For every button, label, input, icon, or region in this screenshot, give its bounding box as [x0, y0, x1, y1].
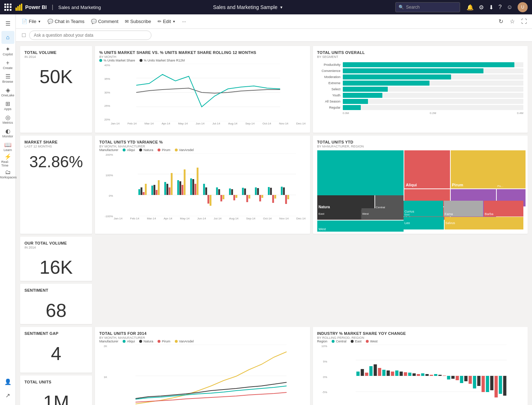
settings-icon[interactable]: ⚙	[479, 4, 484, 11]
axis-02m: 0.2M	[430, 112, 436, 115]
qa-input[interactable]	[29, 31, 151, 40]
treemap-aliqui[interactable]: Aliqui	[404, 150, 450, 188]
bar-label-regular: Regular	[317, 106, 341, 109]
treemap-natura-central[interactable]: Central	[375, 195, 404, 210]
svg-rect-79	[486, 376, 489, 392]
bar-row-youth: Youth	[317, 93, 524, 98]
tu2014-natura-label: Natura	[144, 340, 153, 343]
sidebar-item-home[interactable]: ⌂	[1, 31, 14, 44]
apps-grid-icon[interactable]	[4, 4, 12, 11]
sidebar-item-apps[interactable]: ⊞ Apps	[1, 99, 14, 112]
svg-rect-52	[262, 195, 263, 198]
treemap-fama[interactable]: Fama	[444, 201, 483, 217]
file-button[interactable]: 📄 File ▼	[19, 17, 44, 26]
download-icon[interactable]: ⬇	[489, 4, 494, 11]
copilot-icon: ✦	[5, 46, 10, 52]
market-share-subtitle: BY MONTH	[99, 55, 306, 59]
total-volume-value: 50K	[24, 67, 88, 86]
sidebar-item-copilot[interactable]: ✦ Copilot	[1, 45, 14, 58]
sidebar-item-learn[interactable]: 📖 Learn	[1, 140, 14, 153]
tu2014-dot-pirum	[158, 340, 160, 343]
bar-fill-regular	[343, 105, 361, 110]
treemap-po[interactable]: Po...	[497, 150, 526, 188]
our-total-volume-card: Our Total Volume IN 2014 16K	[20, 237, 92, 281]
dashboard-row-3: Sentiment Gap 4 Total Units 1M Total Uni…	[20, 327, 528, 405]
svg-rect-76	[447, 376, 450, 379]
svg-rect-99	[442, 376, 446, 376]
chat-teams-button[interactable]: 💬 Chat in Teams	[45, 17, 87, 26]
treemap-natura-main[interactable]: Natura	[317, 195, 375, 210]
treemap-va-west[interactable]: West	[317, 220, 404, 232]
bar-track-youth	[343, 93, 524, 98]
svg-rect-101	[468, 376, 472, 384]
report-title-area[interactable]: Sales and Marketing Sample ▼	[213, 4, 283, 10]
search-box[interactable]: 🔍 Search	[395, 2, 460, 12]
fullscreen-button[interactable]: ⛶	[519, 17, 529, 26]
notifications-icon[interactable]: 🔔	[467, 4, 474, 11]
left-col-3: Sentiment Gap 4 Total Units 1M	[20, 327, 92, 405]
sidebar-item-expand[interactable]: ↗	[1, 389, 14, 402]
edit-button[interactable]: ✏ Edit ▼	[155, 17, 178, 26]
industry-subtitle: BY ROLLING PERIOD, REGION	[317, 336, 524, 340]
legend-ms-label: % Units Market Share	[104, 59, 135, 62]
treemap-east-bottom[interactable]: East	[317, 208, 361, 219]
sidebar-item-realtime[interactable]: ⚡ Real-Time	[1, 154, 14, 167]
svg-rect-57	[281, 187, 283, 195]
svg-rect-75	[434, 374, 437, 376]
bar-label-allseason: All Season	[317, 100, 341, 103]
bar-fill-youth	[343, 93, 383, 98]
market-share-legend: % Units Market Share % Units Market Shar…	[99, 59, 306, 62]
file-icon: 📄	[22, 19, 27, 24]
svg-rect-85	[412, 373, 415, 376]
user-avatar[interactable]: U	[518, 2, 528, 12]
sidebar-item-create[interactable]: + Create	[1, 58, 14, 71]
sidebar-item-onelake[interactable]: ◈ OneLake	[1, 86, 14, 99]
svg-rect-39	[220, 195, 222, 201]
industry-east-label: East	[355, 340, 362, 343]
treemap-va-west-label: West	[319, 227, 326, 231]
favorite-button[interactable]: ☆	[508, 17, 517, 26]
emoji-icon[interactable]: ☺	[507, 4, 513, 10]
svg-rect-102	[481, 376, 485, 392]
sidebar-item-monitor[interactable]: ◐ Monitor	[1, 127, 14, 140]
treemap-barba[interactable]: Barba	[484, 201, 523, 217]
treemap-salvus[interactable]: Salvus	[445, 217, 523, 229]
svg-rect-26	[179, 181, 181, 195]
ytd-mfr-label: Manufacturer	[99, 148, 118, 152]
powerbi-logo-icon	[15, 3, 23, 11]
bar-row-productivity: Productivity	[317, 62, 524, 67]
tu2014-legend-aliqui: Aliqui	[123, 340, 135, 343]
svg-rect-32	[197, 168, 199, 195]
treemap-po-label: Po...	[497, 185, 503, 188]
more-options-button[interactable]: ···	[179, 17, 189, 26]
industry-svg	[328, 345, 532, 405]
svg-rect-69	[356, 372, 359, 376]
legend-natura: Natura	[139, 148, 153, 152]
sidebar-item-browse[interactable]: ☰ Browse	[1, 72, 14, 85]
sidebar-label-onelake: OneLake	[1, 94, 14, 97]
help-icon[interactable]: ?	[499, 4, 502, 10]
browse-icon: ☰	[5, 74, 10, 79]
svg-rect-80	[499, 376, 502, 394]
y-label-20: 20%	[104, 118, 110, 121]
tu2014-legend-natura: Natura	[139, 340, 153, 343]
bar-row-regular: Regular	[317, 105, 524, 110]
sidebar-item-account[interactable]: 👤	[1, 376, 14, 388]
search-icon: 🔍	[399, 5, 404, 10]
sidebar-collapse-toggle[interactable]: ☰	[1, 17, 14, 30]
subscribe-button[interactable]: ✉ Subscribe	[122, 17, 154, 26]
subscribe-icon: ✉	[125, 19, 129, 24]
treemap-west-bottom[interactable]: West	[362, 208, 404, 219]
ytd-y-0: 0%	[109, 194, 113, 197]
comment-button[interactable]: 💬 Comment	[88, 17, 121, 26]
qa-bar: ☐	[16, 29, 532, 42]
svg-rect-28	[184, 169, 186, 195]
treemap-currus[interactable]: Currus East	[404, 201, 443, 217]
sidebar-item-metrics[interactable]: ◎ Metrics	[1, 113, 14, 126]
sidebar-item-workspaces[interactable]: 🗂 Workspaces	[1, 168, 14, 181]
svg-rect-92	[503, 376, 506, 396]
legend-ms-dot	[99, 59, 102, 62]
refresh-button[interactable]: ↻	[496, 17, 505, 26]
legend-ms: % Units Market Share	[99, 59, 135, 62]
treemap-leo[interactable]: Leo	[404, 217, 444, 229]
